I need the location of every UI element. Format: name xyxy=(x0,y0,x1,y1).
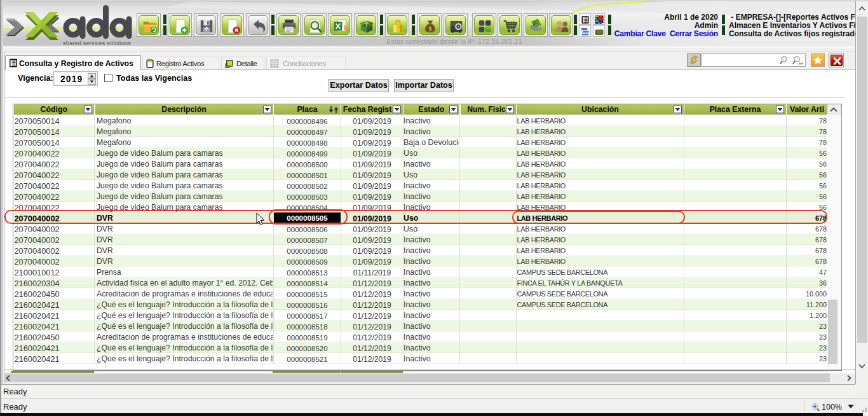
svg-text:shared services solutions: shared services solutions xyxy=(63,40,131,46)
